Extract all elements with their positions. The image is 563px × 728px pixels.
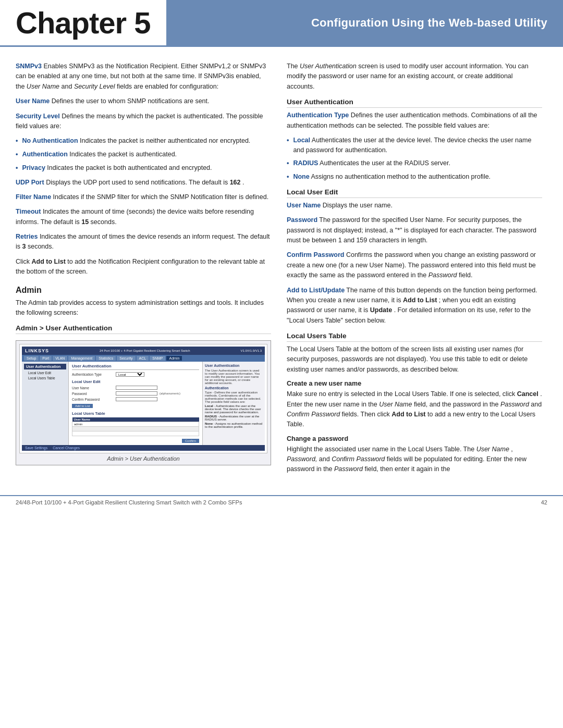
timeout-para: Timeout Indicates the amount of time (se… [16, 207, 271, 227]
local-users-table: User Name admin [72, 417, 199, 436]
password-field-label: Password [72, 392, 114, 396]
username-input[interactable] [116, 386, 157, 390]
table-row: admin [72, 422, 199, 427]
nav-security[interactable]: Security [117, 356, 135, 361]
udp-port-para: UDP Port Displays the UDP port used to s… [16, 178, 271, 188]
addtolist-para: Click Add to List to add the Notificatio… [16, 257, 271, 277]
bullet-no-auth: No Authentication Indicates the packet i… [16, 136, 271, 146]
confirm-password-field-label: Confirm Password [72, 398, 114, 401]
snmpv3-para: SNMPv3 Enables SNMPv3 as the Notificatio… [16, 61, 271, 92]
screenshot-caption: Admin > User Authentication [19, 455, 267, 462]
sidebar-sub-local-table[interactable]: Local Users Table [24, 376, 66, 380]
password-italic4: Password [334, 465, 363, 473]
page-header: Chapter 5 Configuration Using the Web-ba… [0, 0, 563, 47]
bullet-radius: RADIUS Authenticates the user at the RAD… [287, 158, 542, 168]
linksys-version: V1.0/V1.0/V1.3 [241, 349, 262, 352]
linksys-main-title: User Authentication [72, 364, 199, 370]
confirm-password-row: Confirm Password [72, 397, 199, 401]
create-user-heading: Create a new user name [287, 380, 542, 387]
nav-statistics[interactable]: Statistics [96, 356, 116, 361]
confirm-pw-label: Confirm Password [287, 251, 344, 258]
user-auth-intro-italic: User Authentication [300, 63, 357, 70]
snmpv3-label: SNMPv3 [16, 63, 42, 70]
nav-port[interactable]: Port [40, 356, 52, 361]
username-text: Defines the user to whom SNMP notificati… [52, 97, 210, 105]
cancel-changes-btn[interactable]: Cancel Changes [53, 446, 80, 450]
confirm-pw-para: Confirm Password Confirms the password w… [287, 250, 542, 280]
nav-acl[interactable]: ACL [137, 356, 149, 361]
radius-label: RADIUS [293, 159, 318, 167]
header-title-bar: Configuration Using the Web-based Utilit… [166, 0, 563, 45]
page-footer: 24/48-Port 10/100 + 4-Port Gigabit Resil… [0, 495, 563, 509]
left-column: SNMPv3 Enables SNMPv3 as the Notificatio… [16, 61, 271, 479]
user-name-italic3: User Name [476, 446, 509, 453]
auth-type-select[interactable]: Local [116, 372, 144, 377]
password-italic3: Password, [287, 455, 317, 463]
security-level-para: Security Level Defines the means by whic… [16, 112, 271, 132]
nav-admin[interactable]: Admin [166, 356, 182, 361]
retries-val: 3 [22, 243, 26, 250]
linksys-body: User Authentication Local User Edit Loca… [22, 362, 265, 445]
sidebar-item-user-auth[interactable]: User Authentication [24, 364, 66, 369]
udp-port-label: UDP Port [16, 179, 44, 186]
local-users-table-title: Local Users Table [72, 411, 199, 416]
main-content: SNMPv3 Enables SNMPv3 as the Notificatio… [0, 47, 563, 490]
change-pw-heading: Change a password [287, 435, 542, 442]
addtolist-bold: Add to List [32, 258, 66, 265]
none-label: None [293, 173, 309, 180]
table-row [72, 427, 199, 431]
chapter-title: Chapter 5 [16, 5, 151, 40]
confirm-password-italic: Confirm Password [287, 411, 340, 418]
udp-port-val: 162 [230, 179, 241, 186]
auth-type-bullets: Local Authenticates the user at the devi… [287, 135, 542, 182]
chapter-label: Chapter 5 [0, 0, 166, 45]
linksys-bottom-bar: Save Settings Cancel Changes [22, 445, 265, 451]
nav-qos[interactable]: SNMP [150, 356, 165, 361]
filter-name-label: Filter Name [16, 193, 51, 201]
addtolist-bold2: Add to List [391, 411, 425, 418]
auth-type-field-label: Authentication Type [72, 373, 114, 376]
user-name-italic: User Name [27, 83, 59, 90]
nav-management[interactable]: Management [68, 356, 95, 361]
nav-vlan[interactable]: VLAN [53, 356, 67, 361]
user-auth-right-heading: User Authentication [287, 98, 542, 108]
right-panel-auth: Authentication [205, 386, 263, 390]
security-level-italic: Security Level [74, 83, 115, 90]
confirm-password-input[interactable] [116, 397, 157, 401]
security-level-label: Security Level [16, 113, 60, 120]
right-panel-none: None - Assigns no authentication method … [205, 422, 263, 428]
local-user-edit-heading: Local User Edit [287, 188, 542, 198]
timeout-label: Timeout [16, 208, 41, 215]
nav-setup[interactable]: Setup [24, 356, 39, 361]
bullet-none: None Assigns no authentication method to… [287, 172, 542, 182]
timeout-val: 15 [81, 218, 89, 226]
right-panel-radius: RADIUS - Authenticates the user at the R… [205, 415, 263, 421]
auth-type-para: Authentication Type Defines the user aut… [287, 110, 542, 131]
sidebar-sub-local-edit[interactable]: Local User Edit [24, 371, 66, 375]
linksys-model: 24 Port 10/100 + 4-Port Gigabit Resilien… [100, 349, 190, 352]
no-auth-label: No Authentication [22, 137, 78, 144]
intro-para: The User Authentication screen is used t… [287, 61, 542, 92]
screenshot-inner: LINKSYS 24 Port 10/100 + 4-Port Gigabit … [19, 344, 267, 453]
admin-para: The Admin tab provides access to system … [16, 298, 271, 318]
local-users-table-para: The Local Users Table at the bottom of t… [287, 344, 542, 375]
password-hint: (alphanumeric) [160, 392, 180, 395]
linksys-nav: Setup Port VLAN Management Statistics Se… [22, 355, 265, 362]
password-input[interactable] [116, 391, 157, 396]
local-label: Local [293, 137, 310, 144]
confirm-button[interactable]: Confirm [182, 439, 199, 443]
linksys-logo: LINKSYS [25, 348, 49, 353]
linksys-main-panel: User Authentication Authentication Type … [69, 362, 202, 445]
create-user-para: Make sure no entry is selected in the Lo… [287, 389, 542, 430]
change-pw-para: Highlight the associated user name in th… [287, 445, 542, 475]
password-italic2: Password [500, 401, 529, 408]
auth-type-row: Authentication Type Local [72, 372, 199, 377]
addtolist-button[interactable]: Add to List [72, 404, 93, 408]
password-italic: Password [429, 272, 457, 279]
save-settings-btn[interactable]: Save Settings [25, 446, 47, 450]
username-right-para: User Name Displays the user name. [287, 201, 542, 211]
table-row [72, 431, 199, 436]
username-label: User Name [16, 97, 50, 105]
header-title-text: Configuration Using the Web-based Utilit… [311, 16, 547, 30]
bullet-auth: Authentication Indicates the packet is a… [16, 150, 271, 159]
